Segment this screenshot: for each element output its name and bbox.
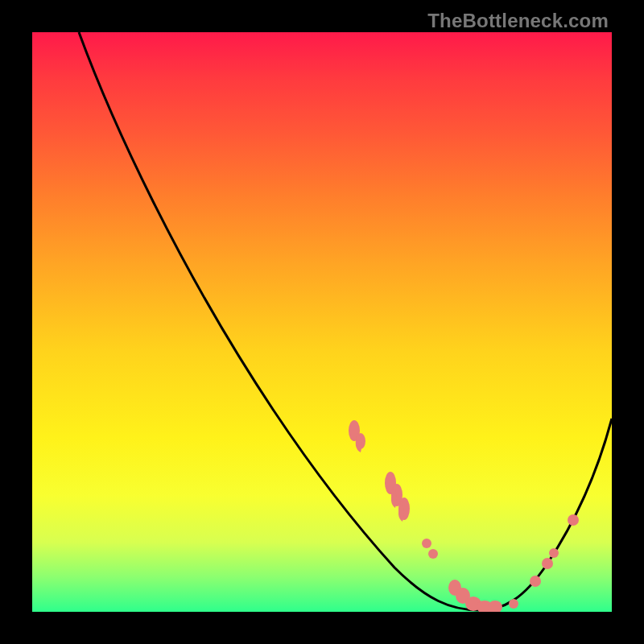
- marker-dot: [428, 549, 438, 559]
- chart-plot-area: [32, 32, 612, 612]
- marker-dot: [509, 599, 518, 609]
- marker-dot: [549, 548, 559, 558]
- marker-dot: [568, 514, 579, 526]
- marker-dot: [530, 576, 541, 587]
- chart-svg: [32, 32, 612, 612]
- watermark-text: TheBottleneck.com: [427, 10, 609, 32]
- marker-dot: [422, 539, 431, 548]
- bottleneck-curve: [79, 32, 612, 610]
- marker-dot: [542, 558, 553, 569]
